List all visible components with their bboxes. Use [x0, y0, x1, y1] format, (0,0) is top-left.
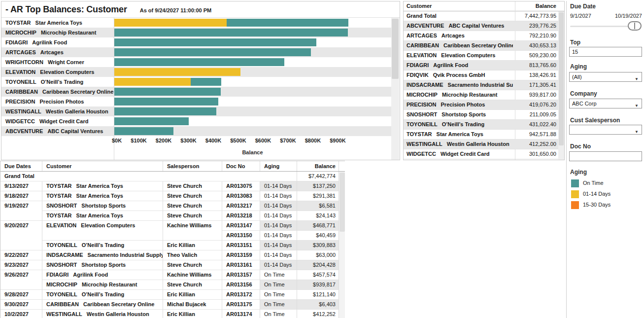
company-dropdown[interactable]: ABC Corp ▼ — [569, 99, 642, 108]
chart-row-label[interactable]: MICROCHIPMicrochip Restaurant — [1, 28, 114, 37]
detail-header-balance[interactable]: Balance — [297, 161, 339, 171]
legend-item[interactable]: 01-14 Days — [571, 189, 640, 200]
bar-segment[interactable] — [114, 117, 189, 125]
chart-scrollbar[interactable] — [391, 18, 399, 160]
summary-row[interactable]: SNOSHORTShortstop Sports211,009.05 — [404, 110, 558, 120]
bar-segment[interactable] — [114, 38, 316, 46]
chart-row-label[interactable]: FDIAGRIAgrilink Food — [1, 37, 114, 47]
chart-row-label[interactable]: ARTCAGESArtcages — [1, 47, 114, 57]
bar-segment[interactable] — [114, 127, 173, 135]
summary-header-balance[interactable]: Balance — [536, 3, 556, 9]
summary-row[interactable]: TOYONEILLO’Neill’s Trading431,022.40 — [404, 120, 558, 130]
chart-row-label[interactable]: WESTINGALLWestin Galleria Houston — [1, 106, 114, 116]
summary-row[interactable]: MICROCHIPMicrochip Restaurant939,817.00 — [404, 90, 558, 100]
customer-name: O’Neill’s Trading — [41, 79, 83, 85]
top-filter-input[interactable] — [569, 47, 642, 57]
chart-row-label[interactable]: WRIGHTCORNWright Corner — [1, 57, 114, 67]
chart-row-label[interactable]: ELEVATIONElevation Computers — [1, 67, 114, 77]
bar-segment[interactable] — [227, 19, 348, 27]
cust-salesperson-label: Cust Salesperson — [570, 117, 620, 124]
aging-dropdown[interactable]: (All) ▼ — [569, 72, 642, 82]
detail-header-salesperson[interactable]: Salesperson — [163, 161, 222, 171]
detail-row[interactable]: MICROCHIPMicrochip RestaurantSteve Churc… — [0, 280, 339, 290]
bar-segment[interactable] — [114, 48, 311, 56]
detail-row[interactable]: 9/30/2027CARIBBEANCaribbean Secretary On… — [0, 300, 339, 310]
detail-row[interactable]: AR01315001-14 Days$40,459 — [0, 231, 339, 241]
summary-row[interactable]: ABCVENTUREABC Capital Ventures239,776.25 — [404, 21, 558, 31]
detail-row[interactable]: 9/18/2027TOYSTARStar America ToysSteve C… — [0, 191, 339, 201]
detail-cell: FDIAGRIAgrilink Food — [42, 270, 163, 280]
detail-row[interactable]: TOYSTARStar America ToysSteve ChurchAR01… — [0, 211, 339, 221]
bar-segment[interactable] — [191, 78, 221, 86]
bar-segment[interactable] — [114, 98, 218, 106]
detail-scrollbar[interactable] — [339, 172, 345, 318]
detail-row[interactable]: 9/28/2027TOYONEILLO’Neill’s TradingEric … — [0, 290, 339, 300]
collapse-button[interactable]: - — [5, 4, 8, 15]
summary-row[interactable]: FDIQVIKQvik Process GmbH138,426.91 — [404, 71, 558, 80]
summary-row[interactable]: PRECISIONPrecision Photos419,076.20 — [404, 100, 558, 110]
summary-scrollbar[interactable] — [558, 11, 564, 160]
detail-header-aging[interactable]: Aging — [260, 161, 297, 171]
detail-row[interactable]: 9/19/2027SNOSHORTShortstop SportsSteve C… — [0, 201, 339, 211]
detail-row[interactable]: 9/20/2027ELEVATIONElevation ComputersKac… — [0, 221, 339, 231]
summary-customer-cell: ELEVATIONElevation Computers — [407, 51, 513, 61]
chart-row: FDIAGRIAgrilink Food — [1, 37, 391, 47]
chart-row-label[interactable]: TOYSTARStar America Toys — [1, 18, 114, 28]
chart-row-label[interactable]: TOYONEILLO’Neill’s Trading — [1, 77, 114, 87]
summary-row[interactable]: TOYSTARStar America Toys942,571.88 — [404, 130, 558, 140]
detail-cell: $939,817 — [297, 280, 339, 290]
detail-cell: 01-14 Days — [260, 181, 297, 191]
legend-item[interactable]: On Time — [571, 178, 640, 189]
chart-row-label[interactable]: PRECISIONPrecision Photos — [1, 97, 114, 106]
detail-row[interactable]: TOYONEILLO’Neill’s TradingEric KillianAR… — [0, 241, 339, 250]
chart-row: WRIGHTCORNWright Corner — [1, 57, 391, 67]
summary-row[interactable]: FDIAGRIAgrilink Food813,765.60 — [404, 61, 558, 71]
x-axis-tick: $500K — [230, 138, 246, 143]
due-date-slider-handle[interactable] — [628, 21, 642, 31]
detail-cell: SNOSHORTShortstop Sports — [42, 260, 163, 270]
bar-segment[interactable] — [114, 29, 348, 36]
bar-segment[interactable] — [114, 19, 227, 27]
detail-row[interactable]: 9/23/2027SNOSHORTShortstop SportsSteve C… — [0, 260, 339, 270]
detail-row[interactable]: 9/13/2027TOYSTARStar America ToysSteve C… — [0, 181, 339, 191]
detail-cell: $468,771 — [297, 221, 339, 231]
summary-row[interactable]: INDSACRAMESacramento Industrial Su..171,… — [404, 80, 558, 90]
detail-row[interactable]: 10/2/2027WESTINGALLWestin Galleria Houst… — [0, 310, 339, 318]
summary-row[interactable]: Grand Total7,442,773.95 — [404, 11, 558, 21]
detail-scrollbar-thumb[interactable] — [339, 173, 345, 232]
bar-segment[interactable] — [114, 68, 240, 76]
detail-cell: Eric Killian — [163, 241, 222, 250]
chart-row-label[interactable]: WIDGETCCWidget Credit Card — [1, 116, 114, 126]
bar-segment[interactable] — [114, 78, 191, 86]
bar-segment[interactable] — [114, 107, 216, 115]
summary-header-customer[interactable]: Customer — [407, 3, 432, 9]
detail-header-doc-no[interactable]: Doc No — [222, 161, 260, 171]
detail-row[interactable]: 9/22/2027INDSACRAMESacramento Industrial… — [0, 250, 339, 260]
cust-salesperson-dropdown[interactable]: ▼ — [569, 125, 642, 135]
detail-header-customer[interactable]: Customer — [42, 161, 163, 171]
legend-label: 15-30 Days — [583, 202, 610, 208]
detail-cell: Theo Valich — [163, 250, 222, 260]
detail-row[interactable]: 9/26/2027FDIAGRIAgrilink FoodKachine Wil… — [0, 270, 339, 280]
summary-row[interactable]: WESTINGALLWestin Galleria Houston412,252… — [404, 140, 558, 149]
doc-no-input[interactable] — [569, 151, 642, 161]
summary-row[interactable]: CARIBBEANCaribbean Secretary Online430,6… — [404, 41, 558, 51]
chart-row-plot — [114, 18, 391, 28]
detail-cell: On Time — [260, 300, 297, 310]
chart-row-label[interactable]: ABCVENTUREABC Capital Ventures — [1, 126, 114, 136]
summary-scrollbar-thumb[interactable] — [559, 12, 564, 145]
bar-segment[interactable] — [114, 88, 221, 96]
summary-row[interactable]: ARTCAGESArtcages792,210.90 — [404, 31, 558, 41]
summary-row[interactable]: ELEVATIONElevation Computers509,230.00 — [404, 51, 558, 61]
chart-row-label[interactable]: CARIBBEANCaribbean Secretary Online — [1, 87, 114, 97]
customer-code: PRECISION — [5, 99, 35, 105]
x-axis-tick: $800K — [305, 138, 321, 143]
summary-row[interactable]: WIDGETCCWidget Credit Card301,650.00 — [404, 149, 558, 159]
bar-segment[interactable] — [114, 58, 284, 66]
detail-cell: $121,140 — [297, 290, 339, 300]
chart-scrollbar-thumb[interactable] — [392, 19, 399, 79]
legend-item[interactable]: 15-30 Days — [571, 200, 640, 211]
detail-cell: Eric Killian — [163, 310, 222, 318]
detail-header-due-dates[interactable]: Due Dates — [0, 161, 42, 171]
detail-row[interactable]: Grand Total$7,442,774 — [0, 172, 339, 181]
